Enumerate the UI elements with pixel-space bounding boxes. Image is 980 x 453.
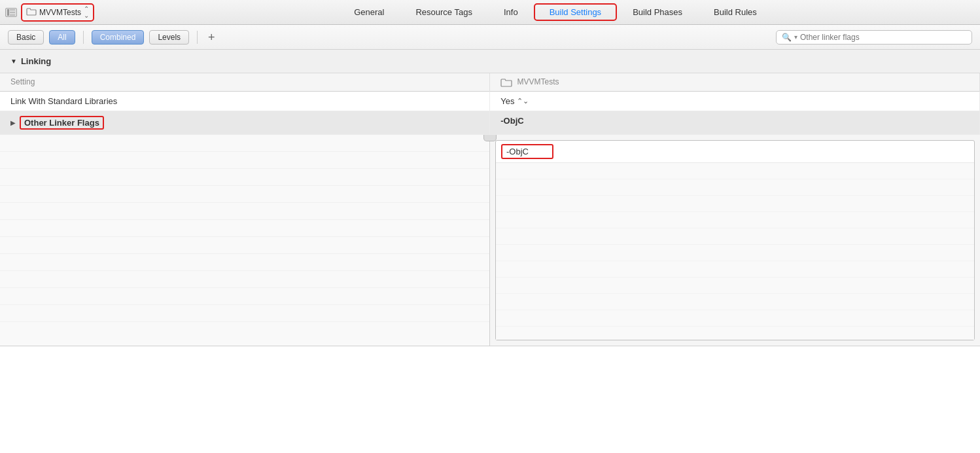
all-button[interactable]: All bbox=[49, 30, 75, 45]
link-standard-value-cell: Yes ⌃⌄ bbox=[490, 91, 980, 111]
nav-tabs: General Resource Tags Info Build Setting… bbox=[136, 3, 975, 21]
expanded-empty-area bbox=[496, 163, 974, 340]
column-resize-handle[interactable] bbox=[483, 135, 497, 141]
expanded-value-row bbox=[496, 141, 974, 163]
setting-column-header: Setting bbox=[0, 73, 490, 91]
expand-arrow-icon[interactable]: ▶ bbox=[10, 119, 16, 126]
other-linker-flags-name: ▶ Other Linker Flags bbox=[10, 116, 479, 130]
folder-icon bbox=[26, 7, 37, 18]
settings-table: Setting MVVMTests Link With Standard bbox=[0, 73, 980, 135]
section-title: Linking bbox=[21, 56, 51, 66]
tab-build-phases[interactable]: Build Phases bbox=[617, 3, 698, 21]
toolbar-divider-2 bbox=[197, 31, 198, 44]
other-linker-flags-name-cell: ▶ Other Linker Flags bbox=[0, 111, 490, 134]
table-header-row: Setting MVVMTests bbox=[0, 73, 980, 91]
section-header-linking: ▼ Linking bbox=[0, 50, 980, 73]
add-setting-button[interactable]: + bbox=[205, 31, 218, 43]
expanded-flag-area bbox=[0, 135, 980, 346]
section-collapse-arrow[interactable]: ▼ bbox=[10, 58, 17, 65]
search-filter-dropdown[interactable]: ▾ bbox=[794, 33, 797, 41]
target-selector[interactable]: MVVMTests ⌃⌄ bbox=[21, 3, 94, 22]
objc-flag-input[interactable] bbox=[501, 144, 553, 159]
sidebar-toggle-button[interactable] bbox=[5, 8, 17, 17]
top-navigation: MVVMTests ⌃⌄ General Resource Tags Info … bbox=[0, 0, 980, 25]
svg-rect-2 bbox=[10, 12, 15, 13]
search-icon: 🔍 bbox=[782, 33, 792, 42]
nav-left: MVVMTests ⌃⌄ bbox=[5, 3, 136, 22]
table-row-link-standard[interactable]: Link With Standard Libraries Yes ⌃⌄ bbox=[0, 91, 980, 111]
tab-build-rules[interactable]: Build Rules bbox=[698, 3, 773, 21]
tab-general[interactable]: General bbox=[338, 3, 400, 21]
svg-rect-3 bbox=[10, 14, 15, 16]
search-input[interactable] bbox=[800, 33, 966, 42]
toolbar-divider bbox=[83, 31, 84, 44]
svg-rect-1 bbox=[10, 9, 15, 10]
other-linker-flags-value-cell: -ObjC bbox=[490, 111, 980, 134]
setting-name-cell: Link With Standard Libraries bbox=[0, 91, 490, 111]
folder-icon-med bbox=[500, 77, 517, 86]
toolbar: Basic All Combined Levels + 🔍 ▾ bbox=[0, 25, 980, 50]
other-linker-flags-label-highlighted: Other Linker Flags bbox=[20, 116, 104, 130]
table-row-other-linker-flags[interactable]: ▶ Other Linker Flags -ObjC bbox=[0, 111, 980, 134]
target-stepper[interactable]: ⌃⌄ bbox=[84, 6, 89, 19]
basic-button[interactable]: Basic bbox=[8, 30, 44, 45]
expanded-right-panel bbox=[490, 135, 980, 346]
combined-button[interactable]: Combined bbox=[92, 30, 145, 45]
tab-build-settings[interactable]: Build Settings bbox=[534, 3, 618, 21]
search-box[interactable]: 🔍 ▾ bbox=[776, 30, 972, 45]
levels-button[interactable]: Levels bbox=[149, 30, 189, 45]
expanded-left-panel bbox=[0, 135, 490, 346]
target-name-label: MVVMTests bbox=[39, 8, 81, 17]
main-content: ▼ Linking Setting MVVMTests bbox=[0, 50, 980, 453]
setting-name-content: Link With Standard Libraries bbox=[10, 96, 479, 106]
expanded-left-rows bbox=[0, 135, 489, 338]
link-standard-value: Yes ⌃⌄ bbox=[500, 96, 969, 106]
svg-rect-0 bbox=[7, 9, 9, 16]
link-standard-label: Link With Standard Libraries bbox=[10, 96, 117, 106]
mvvm-column-header: MVVMTests bbox=[490, 73, 980, 91]
tab-info[interactable]: Info bbox=[488, 3, 534, 21]
expanded-value-editor bbox=[495, 140, 975, 340]
yes-no-stepper[interactable]: ⌃⌄ bbox=[517, 97, 529, 105]
tab-resource-tags[interactable]: Resource Tags bbox=[400, 3, 487, 21]
